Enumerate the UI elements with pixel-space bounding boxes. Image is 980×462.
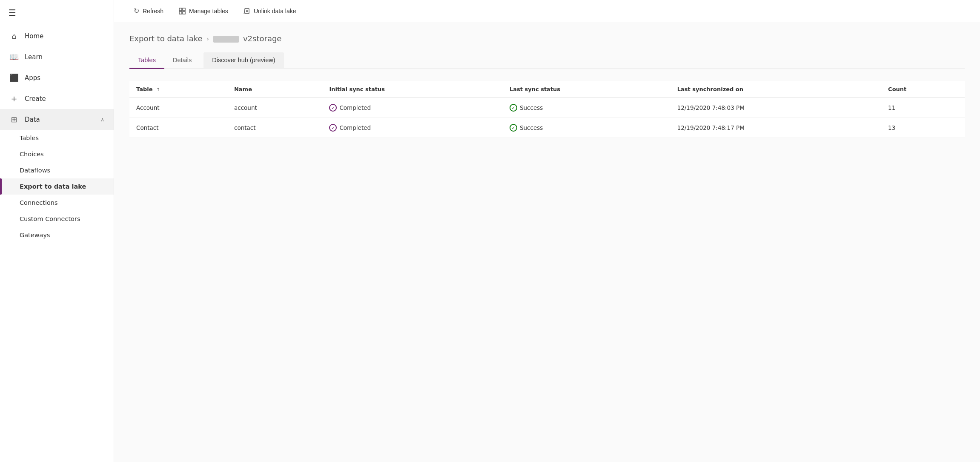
success-icon-0: ✓ xyxy=(510,104,517,112)
sidebar-sub-label: Connections xyxy=(20,199,58,206)
refresh-label: Refresh xyxy=(143,8,163,14)
svg-rect-0 xyxy=(179,8,182,11)
cell-initial-sync-0: ✓ Completed xyxy=(322,98,503,118)
sidebar-sub-choices[interactable]: Choices xyxy=(0,146,114,162)
column-header-table[interactable]: Table ↑ xyxy=(129,81,227,98)
sidebar-item-apps[interactable]: ⬛ Apps xyxy=(0,67,114,88)
column-header-last-sync[interactable]: Last sync status xyxy=(503,81,671,98)
data-icon: ⊞ xyxy=(9,115,19,124)
manage-tables-label: Manage tables xyxy=(189,8,228,14)
sidebar-item-label: Apps xyxy=(25,74,40,82)
tab-tables-label: Tables xyxy=(138,57,156,63)
cell-last-sync-1: ✓ Success xyxy=(503,118,671,138)
cell-name-0: account xyxy=(227,98,322,118)
initial-sync-status-0: Completed xyxy=(339,104,371,111)
expand-icon: ∧ xyxy=(100,117,104,123)
manage-tables-button[interactable]: Manage tables xyxy=(171,3,236,19)
toolbar: ↻ Refresh Manage tables xyxy=(114,0,980,22)
sidebar-item-home[interactable]: ⌂ Home xyxy=(0,26,114,46)
breadcrumb-blurred xyxy=(213,36,239,43)
sidebar-sub-label: Tables xyxy=(20,135,39,141)
tab-discover-hub[interactable]: Discover hub (preview) xyxy=(203,52,284,69)
sidebar-sub-label: Custom Connectors xyxy=(20,215,80,222)
sidebar-sub-connections[interactable]: Connections xyxy=(0,195,114,211)
sidebar-item-create[interactable]: + Create xyxy=(0,88,114,109)
initial-sync-status-1: Completed xyxy=(339,124,371,131)
sidebar-sub-label: Choices xyxy=(20,151,44,158)
tab-details-label: Details xyxy=(173,57,192,63)
table-header-row: Table ↑ Name Initial sync status Last sy… xyxy=(129,81,965,98)
svg-rect-2 xyxy=(179,11,182,14)
column-header-initial-sync[interactable]: Initial sync status xyxy=(322,81,503,98)
tab-bar: Tables Details Discover hub (preview) xyxy=(129,52,965,69)
apps-icon: ⬛ xyxy=(9,73,19,82)
tab-tables[interactable]: Tables xyxy=(129,52,164,69)
data-table: Table ↑ Name Initial sync status Last sy… xyxy=(129,81,965,138)
cell-name-1: contact xyxy=(227,118,322,138)
sidebar-item-label: Data xyxy=(25,116,40,123)
last-sync-status-0: Success xyxy=(520,104,543,111)
unlink-icon xyxy=(244,7,250,15)
unlink-data-lake-label: Unlink data lake xyxy=(254,8,296,14)
sidebar-sub-export-to-data-lake[interactable]: Export to data lake xyxy=(0,178,114,195)
sidebar-sub-label: Gateways xyxy=(20,232,50,238)
create-icon: + xyxy=(9,94,19,103)
cell-initial-sync-1: ✓ Completed xyxy=(322,118,503,138)
sidebar-sub-gateways[interactable]: Gateways xyxy=(0,227,114,243)
completed-icon-1: ✓ xyxy=(329,124,337,132)
learn-icon: 📖 xyxy=(9,52,19,61)
sort-icon: ↑ xyxy=(156,87,160,92)
breadcrumb-storage-name: v2storage xyxy=(243,34,281,43)
tab-discover-hub-label: Discover hub (preview) xyxy=(212,57,275,63)
cell-table-name-0: Account xyxy=(129,98,227,118)
refresh-icon: ↻ xyxy=(134,7,139,15)
hamburger-menu[interactable]: ☰ xyxy=(0,0,114,26)
cell-count-0: 11 xyxy=(881,98,965,118)
column-header-count[interactable]: Count xyxy=(881,81,965,98)
cell-last-sync-on-0: 12/19/2020 7:48:03 PM xyxy=(671,98,881,118)
sidebar: ☰ ⌂ Home 📖 Learn ⬛ Apps + Create ⊞ Data … xyxy=(0,0,114,462)
sidebar-item-label: Home xyxy=(25,32,43,40)
column-header-name[interactable]: Name xyxy=(227,81,322,98)
cell-last-sync-0: ✓ Success xyxy=(503,98,671,118)
unlink-data-lake-button[interactable]: Unlink data lake xyxy=(236,3,304,19)
refresh-button[interactable]: ↻ Refresh xyxy=(126,3,171,19)
home-icon: ⌂ xyxy=(9,32,19,40)
sidebar-sub-custom-connectors[interactable]: Custom Connectors xyxy=(0,211,114,227)
breadcrumb-current: v2storage xyxy=(213,34,281,43)
cell-last-sync-on-1: 12/19/2020 7:48:17 PM xyxy=(671,118,881,138)
last-sync-status-1: Success xyxy=(520,124,543,131)
completed-icon-0: ✓ xyxy=(329,104,337,112)
sidebar-item-label: Create xyxy=(25,95,46,103)
sidebar-sub-label: Export to data lake xyxy=(20,183,86,190)
cell-table-name-1: Contact xyxy=(129,118,227,138)
column-header-last-sync-on[interactable]: Last synchronized on xyxy=(671,81,881,98)
tab-details[interactable]: Details xyxy=(164,52,200,69)
sidebar-sub-tables[interactable]: Tables xyxy=(0,130,114,146)
breadcrumb: Export to data lake › v2storage xyxy=(129,34,965,43)
sidebar-sub-dataflows[interactable]: Dataflows xyxy=(0,162,114,178)
svg-rect-1 xyxy=(183,8,185,11)
sidebar-item-label: Learn xyxy=(25,53,43,61)
content-area: Export to data lake › v2storage Tables D… xyxy=(114,22,980,462)
manage-tables-icon xyxy=(179,7,186,15)
breadcrumb-arrow: › xyxy=(207,35,209,42)
svg-rect-3 xyxy=(183,11,185,14)
sidebar-sub-label: Dataflows xyxy=(20,167,50,174)
breadcrumb-parent[interactable]: Export to data lake xyxy=(129,34,203,43)
sidebar-item-learn[interactable]: 📖 Learn xyxy=(0,46,114,67)
sidebar-item-data[interactable]: ⊞ Data ∧ xyxy=(0,109,114,130)
success-icon-1: ✓ xyxy=(510,124,517,132)
svg-rect-4 xyxy=(245,9,249,14)
cell-count-1: 13 xyxy=(881,118,965,138)
main-content: ↻ Refresh Manage tables xyxy=(114,0,980,462)
table-row[interactable]: Account account ✓ Completed ✓ Success 12… xyxy=(129,98,965,118)
hamburger-icon: ☰ xyxy=(9,8,16,18)
table-row[interactable]: Contact contact ✓ Completed ✓ Success 12… xyxy=(129,118,965,138)
